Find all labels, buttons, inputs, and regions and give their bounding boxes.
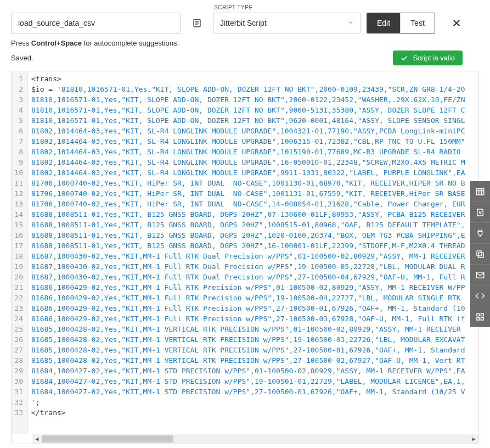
code-line: 81687,1000430-02,Yes,"KIT,MM-1 Full RTK …: [31, 261, 475, 272]
copy-icon[interactable]: [470, 244, 490, 265]
code-line: 81688,1008511-01,Yes,"KIT, B125 GNSS BOA…: [31, 230, 475, 240]
check-icon: [401, 54, 408, 62]
svg-rect-14: [477, 313, 480, 316]
scroll-left-arrow[interactable]: ◄: [32, 434, 42, 444]
code-line: </trans>: [31, 407, 475, 418]
autocomplete-hint: Press Control+Space for autocomplete sug…: [0, 38, 490, 48]
code-line: 81706,1000740-02,Yes,"KIT, HiPer SR, INT…: [31, 188, 475, 199]
test-button[interactable]: Test: [400, 13, 435, 33]
code-line: 81685,1000428-02,Yes,"KIT,MM-1 VERTICAL …: [31, 334, 475, 345]
script-name-input[interactable]: [11, 13, 181, 33]
code-line: 81684,1000427-02,Yes,"KIT,MM-1 STD PRECI…: [31, 387, 475, 397]
edit-button[interactable]: Edit: [367, 13, 400, 33]
scroll-track[interactable]: [42, 434, 469, 444]
grid-icon[interactable]: [470, 306, 490, 327]
mail-icon[interactable]: [470, 265, 490, 285]
code-line: 81687,1000430-02,Yes,"KIT,MM-1 Full RTK …: [31, 272, 475, 282]
close-button[interactable]: [446, 13, 467, 33]
edit-test-toggle: Edit Test: [367, 13, 435, 33]
script-valid-badge: Script is valid: [393, 51, 463, 65]
code-line: 81686,1000429-02,Yes,"KIT,MM-1 Full RTK …: [31, 313, 475, 324]
code-content[interactable]: <trans>$io = '81810,1016571-01,Yes,"KIT,…: [28, 71, 478, 434]
line-gutter: 1234567891011121314151617181920212223242…: [12, 71, 28, 434]
script-type-select[interactable]: Jitterbit Script: [213, 13, 361, 33]
svg-rect-11: [478, 253, 483, 257]
code-line: 81684,1000427-02,Yes,"KIT,MM-1 STD PRECI…: [31, 376, 475, 387]
code-line: 81688,1008511-01,Yes,"KIT, B125 GNSS BOA…: [31, 240, 475, 251]
code-line: $io = '81810,1016571-01,Yes,"KIT, SLOPE …: [31, 84, 475, 94]
code-line: 81685,1000428-02,Yes,"KIT,MM-1 VERTICAL …: [31, 324, 475, 334]
code-line: 81684,1000427-02,Yes,"KIT,MM-1 STD PRECI…: [31, 366, 475, 376]
side-rail: [470, 181, 490, 327]
code-line: 81706,1000740-02,Yes,"KIT, HiPer SR, INT…: [31, 199, 475, 209]
code-line: 81802,1014464-03,Yes,"KIT, SL-R4 LONGLIN…: [31, 157, 475, 167]
code-line: 81802,1014464-03,Yes,"KIT, SL-R4 LONGLIN…: [31, 147, 475, 157]
horizontal-scrollbar[interactable]: ◄ ►: [32, 434, 478, 444]
chevron-down-icon: [347, 19, 354, 27]
svg-rect-15: [481, 313, 484, 316]
table-icon[interactable]: [470, 181, 490, 202]
svg-rect-6: [476, 188, 484, 195]
code-line: 81686,1000429-02,Yes,"KIT,MM-1 Full RTK …: [31, 282, 475, 293]
code-icon[interactable]: [470, 285, 490, 306]
code-line: 81687,1000430-02,Yes,"KIT,MM-1 Full RTK …: [31, 251, 475, 261]
code-line: 81686,1000429-02,Yes,"KIT,MM-1 Full RTK …: [31, 293, 475, 303]
script-type-label: SCRIPT TYPE: [214, 4, 361, 10]
script-type-value: Jitterbit Script: [220, 19, 267, 27]
svg-rect-10: [477, 209, 483, 216]
svg-rect-17: [481, 317, 484, 320]
shield-v-icon[interactable]: [470, 202, 490, 223]
scroll-thumb[interactable]: [42, 435, 173, 443]
scroll-right-arrow[interactable]: ►: [469, 434, 478, 444]
code-line: 81688,1008511-01,Yes,"KIT, B125 GNSS BOA…: [31, 220, 475, 230]
code-line: 81686,1000429-02,Yes,"KIT,MM-1 Full RTK …: [31, 303, 475, 313]
svg-rect-16: [477, 317, 480, 320]
code-line: 81810,1016571-01,Yes,"KIT, SLOPE ADD-ON,…: [31, 94, 475, 105]
svg-rect-12: [477, 251, 482, 256]
note-icon[interactable]: [187, 13, 207, 33]
code-line: 81802,1014464-03,Yes,"KIT, SL-R4 LONGLIN…: [31, 126, 475, 136]
code-line: 81685,1000428-02,Yes,"KIT,MM-1 VERTICAL …: [31, 355, 475, 366]
code-line: 81810,1016571-01,Yes,"KIT, SLOPE ADD-ON,…: [31, 115, 475, 126]
code-line: 81706,1000740-02,Yes,"KIT, HiPer SR, INT…: [31, 178, 475, 188]
plug-icon[interactable]: [470, 223, 490, 244]
code-editor[interactable]: 1234567891011121314151617181920212223242…: [11, 71, 479, 444]
code-line: <trans>: [31, 74, 475, 84]
saved-status: Saved.: [11, 54, 33, 62]
code-line: 81688,1008511-01,Yes,"KIT, B125 GNSS BOA…: [31, 209, 475, 220]
code-line: 81810,1016571-01,Yes,"KIT, SLOPE ADD-ON,…: [31, 105, 475, 115]
code-line: 81802,1014464-03,Yes,"KIT, SL-R4 LONGLIN…: [31, 167, 475, 178]
code-line: 81802,1014464-03,Yes,"KIT, SL-R4 LONGLIN…: [31, 136, 475, 147]
code-line: 81685,1000428-02,Yes,"KIT,MM-1 VERTICAL …: [31, 345, 475, 355]
code-line: ';: [31, 397, 475, 407]
